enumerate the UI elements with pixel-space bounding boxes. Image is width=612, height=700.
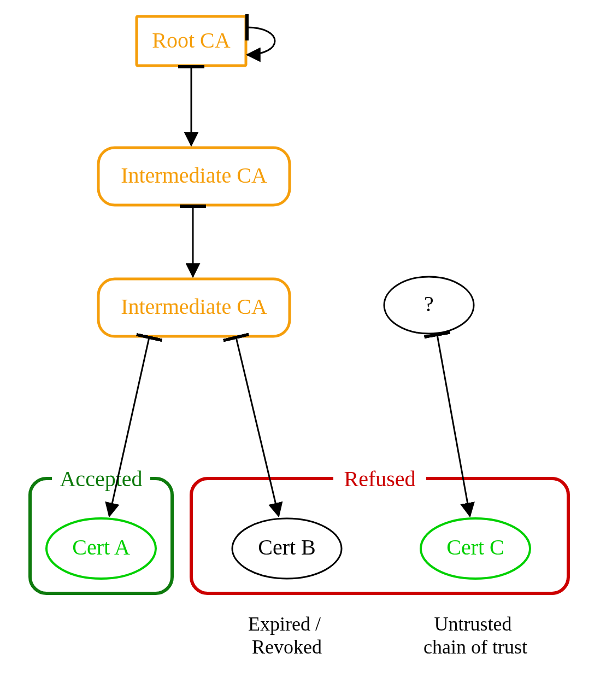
group-refused-title: Refused [344, 466, 415, 491]
node-unknown: ? [384, 277, 474, 334]
caption-cert-c-line2: chain of trust [423, 636, 527, 658]
edge-unknown-to-certC [437, 335, 470, 516]
svg-text:Untrusted
      chain of trust: Untrusted chain of trust [423, 613, 527, 658]
caption-cert-c-line1: Untrusted [434, 613, 512, 635]
node-root-ca: Root CA [137, 16, 246, 66]
node-unknown-label: ? [424, 291, 434, 316]
caption-cert-b: Expired / Revoked [248, 613, 326, 658]
node-cert-a: Cert A [46, 518, 156, 579]
edge-root-self-sign [247, 27, 275, 55]
svg-text:Expired /
      Revoked: Expired / Revoked [248, 613, 326, 658]
node-cert-b-label: Cert B [258, 535, 316, 559]
node-intermediate-ca-1-label: Intermediate CA [121, 163, 267, 188]
group-accepted-title: Accepted [60, 466, 142, 491]
node-intermediate-ca-2: Intermediate CA [98, 279, 290, 336]
node-cert-b: Cert B [232, 518, 342, 579]
edges [109, 27, 470, 516]
caption-cert-b-line2: Revoked [252, 636, 322, 658]
node-root-ca-label: Root CA [152, 28, 230, 52]
caption-cert-b-line1: Expired / [248, 613, 321, 635]
node-cert-a-label: Cert A [72, 535, 130, 559]
node-intermediate-ca-2-label: Intermediate CA [121, 294, 267, 319]
edge-int2-to-certB [236, 337, 279, 516]
node-cert-c-label: Cert C [446, 535, 504, 559]
node-cert-c: Cert C [421, 518, 530, 579]
caption-cert-c: Untrusted chain of trust [423, 613, 527, 658]
node-intermediate-ca-1: Intermediate CA [98, 148, 290, 205]
